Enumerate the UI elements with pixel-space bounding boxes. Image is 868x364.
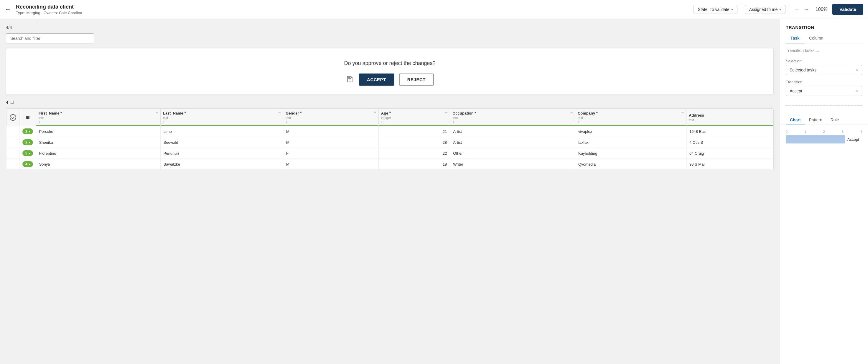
row-check-cell: [6, 159, 20, 170]
col-address: Address text: [686, 109, 773, 126]
main-panel: 4/4 Do you approve or reject the changes…: [0, 19, 780, 364]
nav-forward-button[interactable]: →: [802, 5, 810, 14]
back-button[interactable]: ←: [5, 6, 11, 13]
row-badge-cell: 2 ▾: [20, 137, 36, 148]
row-chevron-icon: ▾: [29, 141, 30, 144]
header-controls: State: To validate ▾ Assigned to me ▾ ← …: [693, 4, 863, 15]
grid-col-header: ▦: [20, 109, 36, 126]
copy-icon[interactable]: □: [10, 100, 13, 105]
tab-pattern[interactable]: Pattern: [805, 115, 827, 125]
tab-chart[interactable]: Chart: [786, 115, 805, 125]
col-last-name: Last_Name * ≡ text ↕: [160, 109, 283, 126]
chart-area: 0 1 2 3 4 Accept: [780, 125, 868, 148]
col-menu-icon-6[interactable]: ≡: [681, 111, 684, 115]
col-menu-icon[interactable]: ≡: [156, 111, 158, 115]
cell-occupation: Artist: [450, 137, 575, 148]
chart-bar-container: [786, 135, 845, 143]
row-check-cell: [6, 148, 20, 159]
cell-company: Kayholding: [575, 148, 686, 159]
chart-axis: 0 1 2 3 4: [786, 130, 862, 134]
cell-address: 4 Otis S: [686, 137, 773, 148]
table-row: 1 ▾ Porsche Lime M 21 Artist vivaplex 16…: [6, 126, 773, 137]
rp-bottom-tabs: Chart Pattern Rule: [780, 115, 868, 125]
row-count-bar: 4 □: [6, 98, 774, 106]
cell-first-name: Shenika: [36, 137, 160, 148]
assigned-chevron-icon: ▾: [779, 7, 781, 11]
row-check-cell: [6, 126, 20, 137]
zoom-level: 100%: [814, 7, 829, 12]
reject-button[interactable]: REJECT: [399, 74, 434, 86]
accept-button[interactable]: ACCEPT: [359, 74, 394, 86]
row-badge-cell: 4 ▾: [20, 159, 36, 170]
row-badge-cell: 3 ▾: [20, 148, 36, 159]
row-badge-cell: 1 ▾: [20, 126, 36, 137]
row-chevron-icon: ▾: [29, 163, 30, 166]
transition-title: TRANSITION: [786, 25, 862, 30]
transition-tabs: Task Column: [786, 33, 862, 44]
row-badge[interactable]: 4 ▾: [22, 161, 33, 167]
chart-bar-label: Accept: [847, 137, 862, 142]
rp-divider: [786, 105, 862, 106]
col-occupation: Occupation * ≡ text ↕: [450, 109, 575, 126]
rp-header: TRANSITION Task Column: [780, 19, 868, 44]
cell-company: Qvomedia: [575, 159, 686, 170]
merge-card-actions: 🖺 ACCEPT REJECT: [12, 74, 768, 86]
cell-first-name: Florentino: [36, 148, 160, 159]
cell-address: 98 S Mai: [686, 159, 773, 170]
row-count-number: 4: [6, 100, 8, 105]
nav-arrows: ← →: [793, 5, 810, 14]
cell-first-name: Sonya: [36, 159, 160, 170]
row-chevron-icon: ▾: [29, 152, 30, 155]
cell-last-name: Sawatzke: [160, 159, 283, 170]
row-badge[interactable]: 1 ▾: [22, 129, 33, 134]
col-company: Company * ≡ text ↕: [575, 109, 686, 126]
title-block: Reconciling data client Type: Merging - …: [16, 4, 693, 15]
tab-rule[interactable]: Rule: [827, 115, 843, 125]
nav-back-button[interactable]: ←: [793, 5, 801, 14]
table-row: 4 ▾ Sonya Sawatzke M 19 Writer Qvomedia …: [6, 159, 773, 170]
selection-label: Selection:: [786, 59, 862, 63]
cell-company: faxfax: [575, 137, 686, 148]
row-badge[interactable]: 3 ▾: [22, 150, 33, 156]
rp-body: Transition tasks ... Selection: Selected…: [780, 44, 868, 115]
cell-last-name: Lime: [160, 126, 283, 137]
transition-dropdown[interactable]: Accept Reject: [786, 86, 862, 96]
merge-question: Do you approve or reject the changes?: [12, 60, 768, 66]
assigned-dropdown[interactable]: Assigned to me ▾: [745, 5, 786, 14]
selection-dropdown[interactable]: Selected tasks All tasks: [786, 65, 862, 75]
row-chevron-icon: ▾: [29, 130, 30, 133]
col-menu-icon-2[interactable]: ≡: [278, 111, 281, 115]
row-badge[interactable]: 2 ▾: [22, 139, 33, 145]
col-menu-icon-3[interactable]: ≡: [374, 111, 376, 115]
table-row: 3 ▾ Florentino Penunuri F 22 Other Kayho…: [6, 148, 773, 159]
app-header: ← Reconciling data client Type: Merging …: [0, 0, 868, 19]
check-col-header: [6, 109, 20, 126]
chart-bar-accept: Accept: [786, 135, 862, 143]
grid-icon: ▦: [26, 115, 29, 119]
tab-task[interactable]: Task: [786, 33, 804, 44]
chart-bar: [786, 135, 845, 143]
cell-last-name: Penunuri: [160, 148, 283, 159]
col-first-name: First_Name * ≡ text ↕: [36, 109, 160, 126]
validate-button[interactable]: Validate: [832, 4, 863, 15]
col-menu-icon-4[interactable]: ≡: [445, 111, 447, 115]
state-dropdown[interactable]: State: To validate ▾: [693, 5, 738, 14]
data-table-wrapper: ▦ First_Name * ≡ text ↕: [6, 108, 774, 170]
select-all-checkbox[interactable]: [10, 114, 16, 121]
search-input[interactable]: [6, 33, 94, 44]
database-icon: 🖺: [346, 75, 354, 84]
cell-occupation: Writer: [450, 159, 575, 170]
cell-age: 19: [378, 159, 450, 170]
tab-column[interactable]: Column: [804, 33, 828, 44]
cell-last-name: Seewald: [160, 137, 283, 148]
table-row: 2 ▾ Shenika Seewald M 28 Artist faxfax 4…: [6, 137, 773, 148]
data-table: ▦ First_Name * ≡ text ↕: [6, 109, 773, 170]
header-divider: [741, 4, 741, 15]
page-title: Reconciling data client: [16, 4, 693, 10]
transition-label: Transition:: [786, 80, 862, 84]
col-gender: Gender * ≡ text ↕: [283, 109, 379, 126]
cell-occupation: Other: [450, 148, 575, 159]
col-age: Age * ≡ integer ↕: [378, 109, 450, 126]
col-menu-icon-5[interactable]: ≡: [570, 111, 573, 115]
cell-age: 22: [378, 148, 450, 159]
